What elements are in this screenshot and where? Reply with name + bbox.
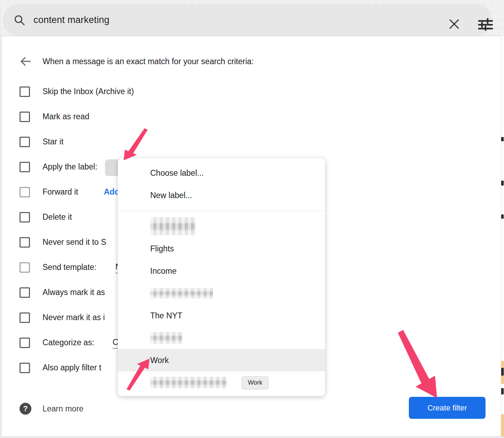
redacted-label-block <box>150 288 213 299</box>
checkbox-always-important[interactable] <box>20 287 30 298</box>
criterion-row-skip-inbox: Skip the Inbox (Archive it) <box>2 85 326 97</box>
menu-item-choose-label[interactable]: Choose label... <box>118 162 325 184</box>
filter-panel: When a message is an exact match for you… <box>1 36 501 437</box>
checkbox-categorize[interactable] <box>20 338 30 348</box>
add-forwarding-address-link[interactable]: Add <box>104 186 120 198</box>
criterion-label: Also apply filter t <box>43 362 101 373</box>
criterion-label: Always mark it as <box>43 286 105 298</box>
criterion-label: Apply the label: <box>43 161 97 173</box>
search-bar[interactable]: content marketing <box>3 4 492 36</box>
page-behind-sliver <box>501 36 504 437</box>
back-arrow-icon[interactable] <box>20 55 32 67</box>
menu-item-flights[interactable]: Flights <box>118 237 325 260</box>
checkbox-star-it[interactable] <box>20 137 30 147</box>
menu-divider <box>118 211 325 211</box>
search-input[interactable]: content marketing <box>33 4 109 36</box>
criterion-label: Mark as read <box>43 111 89 122</box>
menu-item-work[interactable]: Work <box>118 349 325 371</box>
redacted-label-block <box>150 217 196 235</box>
criterion-label: Star it <box>43 136 63 148</box>
checkbox-never-spam[interactable] <box>20 237 30 248</box>
search-header-background: content marketing <box>0 0 504 36</box>
checkbox-apply-label[interactable] <box>20 162 30 172</box>
create-filter-button[interactable]: Create filter <box>409 397 486 419</box>
criterion-row-star-it: Star it <box>2 136 326 148</box>
menu-item-redacted-label[interactable] <box>118 282 325 304</box>
clear-icon[interactable] <box>448 18 460 30</box>
checkbox-never-important[interactable] <box>20 312 30 323</box>
filter-options-icon[interactable] <box>478 18 493 31</box>
criterion-label: Categorize as: <box>43 337 94 348</box>
menu-item-redacted-label[interactable]: Work <box>118 371 325 394</box>
search-icon <box>13 14 26 27</box>
checkbox-mark-read[interactable] <box>20 112 30 122</box>
criterion-label: Delete it <box>43 211 72 223</box>
work-tooltip: Work <box>242 376 269 389</box>
gmail-filter-screen: { "colors": { "accent_blue": "#1a73e8", … <box>0 0 504 438</box>
checkbox-skip-inbox[interactable] <box>20 86 30 97</box>
learn-more-link[interactable]: Learn more <box>43 403 84 415</box>
criterion-label: Never mark it as i <box>43 311 105 323</box>
menu-item-redacted-label[interactable] <box>118 215 325 237</box>
menu-item-income[interactable]: Income <box>118 260 325 282</box>
checkbox-delete-it[interactable] <box>20 212 30 222</box>
help-icon[interactable]: ? <box>20 403 31 415</box>
criterion-row-mark-read: Mark as read <box>2 111 326 122</box>
menu-item-new-label[interactable]: New label... <box>118 184 325 206</box>
redacted-label-block <box>150 377 227 388</box>
checkbox-send-template[interactable] <box>20 262 30 273</box>
criterion-label: Skip the Inbox (Archive it) <box>43 85 134 97</box>
label-menu: Choose label... New label... Flights Inc… <box>118 158 325 396</box>
panel-title: When a message is an exact match for you… <box>43 55 254 67</box>
criterion-label: Forward it <box>43 186 78 198</box>
menu-item-redacted-label[interactable] <box>118 327 325 349</box>
checkbox-also-apply[interactable] <box>20 363 30 373</box>
criterion-label: Send template: <box>43 261 97 273</box>
redacted-label-block <box>150 332 182 344</box>
checkbox-forward-it[interactable] <box>20 187 30 197</box>
menu-item-the-nyt[interactable]: The NYT <box>118 304 325 327</box>
criterion-label: Never send it to S <box>43 236 106 248</box>
